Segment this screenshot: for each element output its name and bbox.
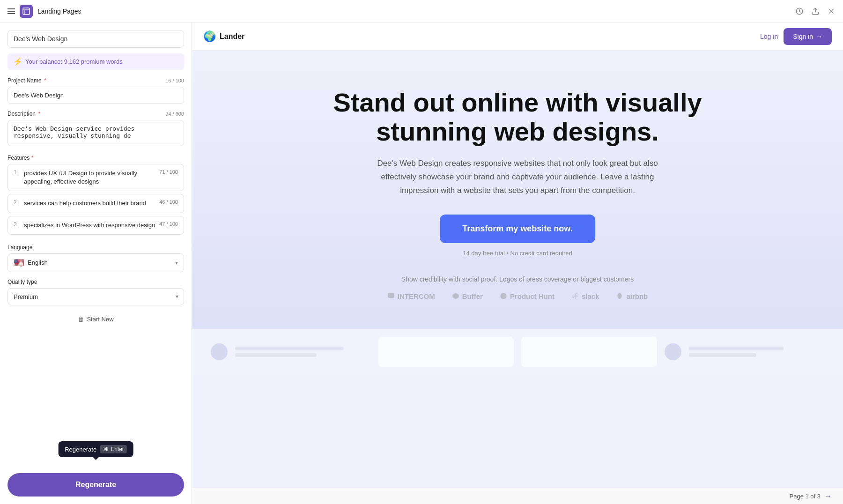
signin-button[interactable]: Sign in →: [784, 28, 832, 45]
svg-rect-7: [388, 293, 394, 298]
lightning-icon: ⚡: [13, 57, 22, 66]
right-panel: 🌍 Lander Log in Sign in → Stand out onli…: [192, 22, 843, 504]
strip-line: [235, 347, 344, 350]
strip-line: [689, 347, 784, 350]
project-name-input[interactable]: [7, 87, 184, 104]
titlebar: Landing Pages: [0, 0, 843, 22]
regenerate-label: Regenerate: [75, 481, 116, 489]
logo-airbnb: airbnb: [616, 292, 648, 300]
logos-row: INTERCOM Buffer Product Hunt slack: [387, 292, 648, 300]
preview-strip: [192, 328, 843, 375]
language-value: English: [28, 259, 171, 266]
hero-headline: Stand out online with visually stunning …: [307, 88, 728, 146]
strip-card-2: [521, 337, 657, 367]
cmd-icon: ⌘: [103, 446, 109, 452]
features-section: Features * 1 provides UX /UI Design to p…: [7, 155, 184, 237]
regenerate-tooltip: Regenerate ⌘ Enter: [58, 441, 133, 457]
page-indicator: Page 1 of 3 →: [192, 488, 843, 504]
language-section: Language 🇺🇸 English ▾: [7, 244, 184, 272]
strip-lines-1: [235, 343, 371, 361]
strip-circle-2: [665, 343, 681, 360]
page-indicator-text: Page 1 of 3: [790, 493, 821, 500]
login-link[interactable]: Log in: [760, 33, 778, 40]
language-label: Language: [7, 244, 184, 251]
menu-icon[interactable]: [7, 8, 15, 14]
description-section: Description * 94 / 600 Dee's Web Design …: [7, 111, 184, 148]
strip-line: [689, 353, 757, 357]
flag-icon: 🇺🇸: [14, 258, 24, 268]
page-next-arrow[interactable]: →: [824, 492, 832, 500]
regenerate-button[interactable]: Regenerate: [7, 473, 184, 497]
feature-item-1[interactable]: 1 provides UX /UI Design to provide visu…: [7, 164, 184, 191]
trial-text: 14 day free trial • No credit card requi…: [463, 250, 572, 257]
strip-line: [235, 353, 317, 357]
language-dropdown-arrow: ▾: [175, 259, 178, 266]
regenerate-section: Regenerate ⌘ Enter Regenerate: [7, 466, 184, 497]
trash-icon: 🗑: [78, 316, 84, 323]
titlebar-title: Landing Pages: [37, 7, 81, 15]
svg-rect-0: [23, 8, 30, 15]
main-layout: Dee's Web Design ⚡ Your balance: 9,162 p…: [0, 22, 843, 504]
left-panel: Dee's Web Design ⚡ Your balance: 9,162 p…: [0, 22, 192, 504]
social-proof-text: Show credibility with social proof. Logo…: [401, 275, 634, 283]
quality-type-select-wrapper: Premium Standard ▾: [7, 288, 184, 305]
strip-card-1: [378, 337, 514, 367]
quality-type-select[interactable]: Premium Standard: [7, 288, 184, 305]
description-input[interactable]: Dee's Web Design service provides respon…: [7, 120, 184, 146]
start-new-button[interactable]: 🗑 Start New: [7, 312, 184, 326]
titlebar-controls: [795, 7, 836, 15]
enter-label: Enter: [111, 446, 124, 452]
description-label: Description * 94 / 600: [7, 111, 184, 117]
hero-section: Stand out online with visually stunning …: [192, 51, 843, 328]
project-name-display: Dee's Web Design: [7, 30, 184, 48]
signin-arrow: →: [816, 33, 822, 40]
shortcut-badge: ⌘ Enter: [100, 445, 127, 453]
feature-item-3[interactable]: 3 specializes in WordPress with responsi…: [7, 216, 184, 235]
svg-point-9: [500, 293, 506, 299]
balance-text: Your balance: 9,162 premium words: [25, 58, 123, 65]
balance-badge: ⚡ Your balance: 9,162 premium words: [7, 53, 184, 70]
preview-navbar: 🌍 Lander Log in Sign in →: [192, 22, 843, 51]
tooltip-label: Regenerate: [65, 446, 96, 453]
logo-producthunt: Product Hunt: [500, 292, 555, 300]
preview-content: Stand out online with visually stunning …: [192, 51, 843, 488]
project-name-label: Project Name * 16 / 100: [7, 77, 184, 84]
language-select[interactable]: 🇺🇸 English ▾: [7, 253, 184, 272]
logo-buffer: Buffer: [452, 292, 483, 300]
signin-label: Sign in: [793, 33, 813, 40]
strip-circle-1: [211, 343, 228, 360]
titlebar-left: Landing Pages: [7, 5, 81, 18]
globe-icon: 🌍: [203, 30, 216, 43]
logo-slack: slack: [571, 292, 599, 300]
svg-marker-8: [452, 293, 458, 299]
project-name-section: Project Name * 16 / 100: [7, 77, 184, 104]
start-new-label: Start New: [87, 316, 113, 323]
feature-item-2[interactable]: 2 services can help customers build thei…: [7, 194, 184, 213]
app-icon: [20, 5, 33, 18]
close-icon[interactable]: [827, 7, 836, 15]
logo-intercom: INTERCOM: [387, 292, 435, 300]
features-label: Features *: [7, 155, 184, 161]
brand-name: Lander: [220, 32, 244, 41]
hero-subtext: Dee's Web Design creates responsive webs…: [377, 157, 658, 198]
hero-cta-button[interactable]: Transform my website now.: [440, 215, 595, 243]
share-icon[interactable]: [811, 7, 820, 15]
quality-type-section: Quality type Premium Standard ▾: [7, 279, 184, 305]
preview-nav-actions: Log in Sign in →: [760, 28, 832, 45]
preview-brand: 🌍 Lander: [203, 30, 244, 43]
quality-type-label: Quality type: [7, 279, 184, 285]
history-icon[interactable]: [795, 7, 804, 15]
strip-lines-2: [689, 343, 825, 361]
